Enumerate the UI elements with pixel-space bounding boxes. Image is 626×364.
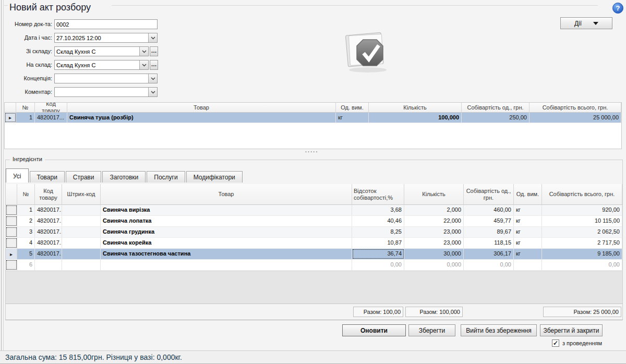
from-store-dropdown-button[interactable] <box>139 47 148 56</box>
refresh-button[interactable]: Оновити <box>342 324 406 336</box>
cell-code[interactable]: 4820017... <box>35 216 62 226</box>
cell-num[interactable]: 5 <box>17 249 35 259</box>
cell-qty[interactable]: 100,000 <box>369 113 462 123</box>
cell-qty[interactable]: 23,000 <box>404 227 464 237</box>
cell-unit_cost[interactable]: 118,15 <box>464 238 514 248</box>
column-header[interactable]: Собівартість од., грн. <box>464 184 514 205</box>
comment-field[interactable] <box>55 88 148 96</box>
column-header[interactable]: Код товару <box>35 103 67 113</box>
cell-barcode[interactable] <box>62 216 101 226</box>
table-row[interactable]: 14820017...Свиняча вирізка3,682,000460,0… <box>6 205 622 216</box>
cell-unit[interactable]: кг <box>514 249 542 259</box>
cell-total_cost[interactable]: 25 000,00 <box>529 113 621 123</box>
cell-name[interactable]: Свиняча тазостегнова частина <box>101 249 352 259</box>
cell-barcode[interactable] <box>62 205 101 215</box>
table-row[interactable]: 44820017...Свиняча корейка10,8723,000118… <box>6 238 622 249</box>
tab-preparations[interactable]: Заготовки <box>102 171 146 183</box>
datetime-field[interactable] <box>55 33 148 42</box>
column-header[interactable]: Собівартість всього, грн. <box>529 103 621 113</box>
cell-barcode[interactable] <box>62 260 101 270</box>
cell-total_cost[interactable]: 920,00 <box>542 205 622 215</box>
cell-qty[interactable]: 2,000 <box>404 205 464 215</box>
column-header[interactable]: Кількість <box>404 184 464 205</box>
column-header[interactable]: № <box>16 103 35 113</box>
table-row[interactable]: ▸54820017...Свиняча тазостегнова частина… <box>6 249 622 260</box>
tab-goods[interactable]: Товари <box>30 171 65 183</box>
column-header[interactable]: Од. вим. <box>336 103 369 113</box>
cell-name[interactable]: Свиняча вирізка <box>101 205 352 215</box>
cell-total_cost[interactable]: 0,00 <box>542 260 622 270</box>
table-row[interactable]: 60,000,0000,000,00 <box>6 260 622 271</box>
column-header[interactable]: Код товару <box>35 184 62 205</box>
cell-qty[interactable]: 0,000 <box>404 260 464 270</box>
exit-without-saving-button[interactable]: Вийти без збереження <box>461 324 537 336</box>
cell-unit[interactable]: кг <box>514 227 542 237</box>
cell-num[interactable]: 6 <box>17 260 35 270</box>
cell-name[interactable]: Свиняча корейка <box>101 238 352 248</box>
from-store-ellipsis-button[interactable]: … <box>150 46 158 56</box>
cell-name[interactable]: Свиняча туша (розбір) <box>67 113 336 123</box>
cell-total_cost[interactable]: 10 115,00 <box>542 216 622 226</box>
table-row[interactable]: 34820017...Свиняча грудинка8,2523,00089,… <box>6 227 622 238</box>
cell-unit_cost[interactable]: 89,67 <box>464 227 514 237</box>
cell-unit_cost[interactable]: 0,00 <box>464 260 514 270</box>
cell-cost_pct[interactable]: 36,74 <box>352 249 404 259</box>
cell-total_cost[interactable]: 2 717,50 <box>542 238 622 248</box>
cell-barcode[interactable] <box>62 249 101 259</box>
column-header[interactable]: Штрих-код <box>62 184 101 205</box>
column-header[interactable]: Од. вим. <box>514 184 542 205</box>
tab-all[interactable]: Усі <box>6 168 29 183</box>
column-header[interactable]: Відсоток собівартості,% <box>352 184 404 205</box>
tab-services[interactable]: Послуги <box>147 171 185 183</box>
to-store-dropdown-button[interactable] <box>139 60 148 69</box>
comment-dropdown-button[interactable] <box>148 88 157 96</box>
cell-code[interactable]: 4820017... <box>35 205 62 215</box>
cell-total_cost[interactable]: 2 062,50 <box>542 227 622 237</box>
cell-unit[interactable]: кг <box>514 238 542 248</box>
table-row[interactable]: ▸14820017...Свиняча туша (розбір)кг100,0… <box>5 113 621 123</box>
doc-number-field[interactable] <box>54 19 158 29</box>
cell-cost_pct[interactable]: 0,00 <box>352 260 404 270</box>
cell-num[interactable]: 2 <box>17 216 35 226</box>
column-header[interactable]: № <box>17 184 35 205</box>
cell-unit[interactable]: кг <box>336 113 369 123</box>
splitter-handle[interactable]: ▪▪▪▪▪ <box>291 149 333 155</box>
column-header[interactable]: Товар <box>67 103 336 113</box>
cell-unit[interactable]: кг <box>514 205 542 215</box>
cell-cost_pct[interactable]: 40,46 <box>352 216 404 226</box>
cell-cost_pct[interactable]: 8,25 <box>352 227 404 237</box>
cell-code[interactable]: 4820017... <box>35 249 62 259</box>
cell-name[interactable]: Свиняча грудинка <box>101 227 352 237</box>
cell-unit_cost[interactable]: 250,00 <box>462 113 529 123</box>
cell-unit_cost[interactable]: 306,17 <box>464 249 514 259</box>
cell-code[interactable]: 4820017... <box>35 113 67 123</box>
cell-total_cost[interactable]: 9 185,00 <box>542 249 622 259</box>
cell-barcode[interactable] <box>62 227 101 237</box>
column-header[interactable]: Собівартість всього, грн. <box>542 184 622 205</box>
tab-modifiers[interactable]: Модифікатори <box>186 171 243 183</box>
to-store-field[interactable] <box>55 60 139 69</box>
cell-num[interactable]: 4 <box>17 238 35 248</box>
cell-num[interactable]: 1 <box>16 113 35 123</box>
column-header[interactable]: Товар <box>101 184 352 205</box>
datetime-dropdown-button[interactable] <box>148 33 157 42</box>
cell-code[interactable]: 4820017... <box>35 227 62 237</box>
save-and-close-button[interactable]: Зберегти й закрити <box>540 324 603 336</box>
cell-unit_cost[interactable]: 460,00 <box>464 205 514 215</box>
cell-cost_pct[interactable]: 3,68 <box>352 205 404 215</box>
cell-qty[interactable]: 23,000 <box>404 238 464 248</box>
help-icon[interactable]: ? <box>612 3 623 14</box>
cell-name[interactable]: Свиняча лопатка <box>101 216 352 226</box>
cell-unit[interactable]: кг <box>514 216 542 226</box>
cell-unit_cost[interactable]: 459,77 <box>464 216 514 226</box>
concept-dropdown-button[interactable] <box>148 74 157 83</box>
column-header[interactable]: Кількість <box>369 103 462 113</box>
post-document-checkbox[interactable] <box>552 339 559 347</box>
table-row[interactable]: 24820017...Свиняча лопатка40,4622,000459… <box>6 216 622 227</box>
cell-cost_pct[interactable]: 10,87 <box>352 238 404 248</box>
cell-unit[interactable] <box>514 260 542 270</box>
column-header[interactable]: Собівартість од., грн. <box>462 103 529 113</box>
cell-num[interactable]: 1 <box>17 205 35 215</box>
cell-code[interactable] <box>35 260 62 270</box>
from-store-field[interactable] <box>55 47 139 56</box>
